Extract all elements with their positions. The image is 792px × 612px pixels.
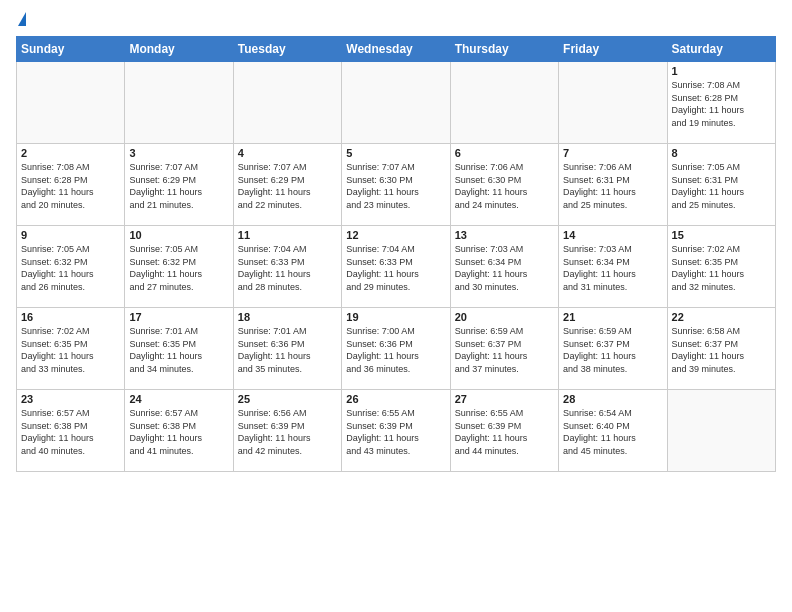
day-info: Sunrise: 7:01 AM Sunset: 6:36 PM Dayligh…	[238, 325, 337, 375]
day-number: 22	[672, 311, 771, 323]
day-info: Sunrise: 6:57 AM Sunset: 6:38 PM Dayligh…	[21, 407, 120, 457]
day-info: Sunrise: 7:04 AM Sunset: 6:33 PM Dayligh…	[238, 243, 337, 293]
day-cell: 16Sunrise: 7:02 AM Sunset: 6:35 PM Dayli…	[17, 308, 125, 390]
day-number: 11	[238, 229, 337, 241]
day-number: 18	[238, 311, 337, 323]
day-info: Sunrise: 7:05 AM Sunset: 6:32 PM Dayligh…	[21, 243, 120, 293]
day-cell: 22Sunrise: 6:58 AM Sunset: 6:37 PM Dayli…	[667, 308, 775, 390]
day-number: 24	[129, 393, 228, 405]
day-cell: 5Sunrise: 7:07 AM Sunset: 6:30 PM Daylig…	[342, 144, 450, 226]
day-info: Sunrise: 6:59 AM Sunset: 6:37 PM Dayligh…	[563, 325, 662, 375]
day-number: 10	[129, 229, 228, 241]
day-cell: 7Sunrise: 7:06 AM Sunset: 6:31 PM Daylig…	[559, 144, 667, 226]
weekday-header-monday: Monday	[125, 37, 233, 62]
weekday-header-wednesday: Wednesday	[342, 37, 450, 62]
day-cell: 24Sunrise: 6:57 AM Sunset: 6:38 PM Dayli…	[125, 390, 233, 472]
week-row-2: 2Sunrise: 7:08 AM Sunset: 6:28 PM Daylig…	[17, 144, 776, 226]
day-number: 12	[346, 229, 445, 241]
day-info: Sunrise: 7:03 AM Sunset: 6:34 PM Dayligh…	[455, 243, 554, 293]
day-info: Sunrise: 6:58 AM Sunset: 6:37 PM Dayligh…	[672, 325, 771, 375]
day-number: 16	[21, 311, 120, 323]
day-info: Sunrise: 6:59 AM Sunset: 6:37 PM Dayligh…	[455, 325, 554, 375]
day-cell: 14Sunrise: 7:03 AM Sunset: 6:34 PM Dayli…	[559, 226, 667, 308]
day-info: Sunrise: 7:03 AM Sunset: 6:34 PM Dayligh…	[563, 243, 662, 293]
day-info: Sunrise: 7:04 AM Sunset: 6:33 PM Dayligh…	[346, 243, 445, 293]
day-number: 2	[21, 147, 120, 159]
day-cell: 11Sunrise: 7:04 AM Sunset: 6:33 PM Dayli…	[233, 226, 341, 308]
day-info: Sunrise: 7:02 AM Sunset: 6:35 PM Dayligh…	[21, 325, 120, 375]
day-number: 6	[455, 147, 554, 159]
day-info: Sunrise: 7:01 AM Sunset: 6:35 PM Dayligh…	[129, 325, 228, 375]
day-number: 28	[563, 393, 662, 405]
day-number: 20	[455, 311, 554, 323]
day-cell: 3Sunrise: 7:07 AM Sunset: 6:29 PM Daylig…	[125, 144, 233, 226]
day-info: Sunrise: 7:07 AM Sunset: 6:29 PM Dayligh…	[129, 161, 228, 211]
day-info: Sunrise: 6:55 AM Sunset: 6:39 PM Dayligh…	[455, 407, 554, 457]
day-number: 1	[672, 65, 771, 77]
day-number: 9	[21, 229, 120, 241]
logo-triangle-icon	[18, 12, 26, 26]
day-cell: 13Sunrise: 7:03 AM Sunset: 6:34 PM Dayli…	[450, 226, 558, 308]
day-cell: 23Sunrise: 6:57 AM Sunset: 6:38 PM Dayli…	[17, 390, 125, 472]
day-cell: 2Sunrise: 7:08 AM Sunset: 6:28 PM Daylig…	[17, 144, 125, 226]
week-row-3: 9Sunrise: 7:05 AM Sunset: 6:32 PM Daylig…	[17, 226, 776, 308]
day-cell: 17Sunrise: 7:01 AM Sunset: 6:35 PM Dayli…	[125, 308, 233, 390]
day-number: 4	[238, 147, 337, 159]
day-info: Sunrise: 7:00 AM Sunset: 6:36 PM Dayligh…	[346, 325, 445, 375]
day-number: 7	[563, 147, 662, 159]
day-cell: 8Sunrise: 7:05 AM Sunset: 6:31 PM Daylig…	[667, 144, 775, 226]
logo	[16, 12, 26, 28]
day-cell	[17, 62, 125, 144]
day-info: Sunrise: 7:07 AM Sunset: 6:29 PM Dayligh…	[238, 161, 337, 211]
week-row-4: 16Sunrise: 7:02 AM Sunset: 6:35 PM Dayli…	[17, 308, 776, 390]
weekday-header-thursday: Thursday	[450, 37, 558, 62]
day-cell	[342, 62, 450, 144]
day-cell	[125, 62, 233, 144]
day-cell: 26Sunrise: 6:55 AM Sunset: 6:39 PM Dayli…	[342, 390, 450, 472]
day-number: 13	[455, 229, 554, 241]
day-info: Sunrise: 7:06 AM Sunset: 6:31 PM Dayligh…	[563, 161, 662, 211]
day-cell: 1Sunrise: 7:08 AM Sunset: 6:28 PM Daylig…	[667, 62, 775, 144]
weekday-header-sunday: Sunday	[17, 37, 125, 62]
day-cell: 25Sunrise: 6:56 AM Sunset: 6:39 PM Dayli…	[233, 390, 341, 472]
day-info: Sunrise: 7:02 AM Sunset: 6:35 PM Dayligh…	[672, 243, 771, 293]
day-info: Sunrise: 7:08 AM Sunset: 6:28 PM Dayligh…	[672, 79, 771, 129]
day-number: 8	[672, 147, 771, 159]
day-cell: 9Sunrise: 7:05 AM Sunset: 6:32 PM Daylig…	[17, 226, 125, 308]
day-info: Sunrise: 7:08 AM Sunset: 6:28 PM Dayligh…	[21, 161, 120, 211]
day-number: 21	[563, 311, 662, 323]
day-cell: 20Sunrise: 6:59 AM Sunset: 6:37 PM Dayli…	[450, 308, 558, 390]
day-info: Sunrise: 7:06 AM Sunset: 6:30 PM Dayligh…	[455, 161, 554, 211]
day-cell: 15Sunrise: 7:02 AM Sunset: 6:35 PM Dayli…	[667, 226, 775, 308]
day-number: 17	[129, 311, 228, 323]
day-number: 19	[346, 311, 445, 323]
day-number: 27	[455, 393, 554, 405]
day-cell: 28Sunrise: 6:54 AM Sunset: 6:40 PM Dayli…	[559, 390, 667, 472]
week-row-5: 23Sunrise: 6:57 AM Sunset: 6:38 PM Dayli…	[17, 390, 776, 472]
day-cell: 4Sunrise: 7:07 AM Sunset: 6:29 PM Daylig…	[233, 144, 341, 226]
day-cell: 27Sunrise: 6:55 AM Sunset: 6:39 PM Dayli…	[450, 390, 558, 472]
day-cell	[667, 390, 775, 472]
weekday-header-tuesday: Tuesday	[233, 37, 341, 62]
day-cell: 21Sunrise: 6:59 AM Sunset: 6:37 PM Dayli…	[559, 308, 667, 390]
day-cell: 6Sunrise: 7:06 AM Sunset: 6:30 PM Daylig…	[450, 144, 558, 226]
day-number: 3	[129, 147, 228, 159]
day-number: 26	[346, 393, 445, 405]
header	[16, 12, 776, 28]
calendar-table: SundayMondayTuesdayWednesdayThursdayFrid…	[16, 36, 776, 472]
day-info: Sunrise: 6:57 AM Sunset: 6:38 PM Dayligh…	[129, 407, 228, 457]
day-info: Sunrise: 6:54 AM Sunset: 6:40 PM Dayligh…	[563, 407, 662, 457]
day-number: 5	[346, 147, 445, 159]
week-row-1: 1Sunrise: 7:08 AM Sunset: 6:28 PM Daylig…	[17, 62, 776, 144]
day-cell: 12Sunrise: 7:04 AM Sunset: 6:33 PM Dayli…	[342, 226, 450, 308]
day-cell: 19Sunrise: 7:00 AM Sunset: 6:36 PM Dayli…	[342, 308, 450, 390]
day-cell	[450, 62, 558, 144]
day-cell	[559, 62, 667, 144]
day-number: 14	[563, 229, 662, 241]
day-info: Sunrise: 6:56 AM Sunset: 6:39 PM Dayligh…	[238, 407, 337, 457]
page: SundayMondayTuesdayWednesdayThursdayFrid…	[0, 0, 792, 612]
day-number: 15	[672, 229, 771, 241]
day-info: Sunrise: 7:05 AM Sunset: 6:31 PM Dayligh…	[672, 161, 771, 211]
day-cell: 10Sunrise: 7:05 AM Sunset: 6:32 PM Dayli…	[125, 226, 233, 308]
weekday-header-row: SundayMondayTuesdayWednesdayThursdayFrid…	[17, 37, 776, 62]
